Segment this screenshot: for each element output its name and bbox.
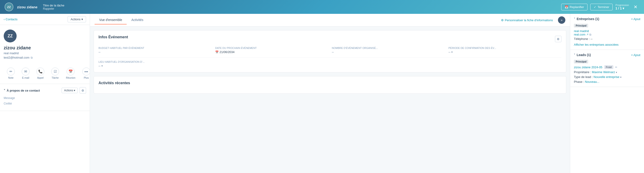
infos-fields-grid: Budget habituel par événement -- Date du… bbox=[98, 46, 562, 54]
call-button[interactable]: 📞 Appel bbox=[33, 66, 48, 81]
center-top-bar: Vue d'ensemble Activités ⚙ Personnaliser… bbox=[90, 14, 570, 26]
about-field-civilite: Civilité bbox=[4, 102, 86, 105]
settings-icon: ⚙ bbox=[501, 18, 504, 22]
field-lieu: Lieu habituel d'organisation d'... -- ▾ bbox=[98, 60, 562, 68]
personalize-link[interactable]: ⚙ Personnaliser la fiche d'informations bbox=[501, 18, 553, 22]
calendar-icon: 📅 bbox=[565, 5, 568, 9]
lead-froid-badge: Froid bbox=[604, 65, 613, 69]
tab-vue-ensemble[interactable]: Vue d'ensemble bbox=[94, 16, 127, 24]
chevron-down-icon: ▾ bbox=[74, 89, 75, 92]
calendar-icon: 📅 bbox=[215, 50, 219, 54]
company-phone: Téléphone : -- bbox=[574, 37, 640, 40]
email-button[interactable]: ✉ E-mail bbox=[18, 66, 33, 81]
field-periode-confirmation: Période de confirmation des év... -- ▾ bbox=[448, 46, 562, 54]
task-button[interactable]: ☑ Tâche bbox=[48, 66, 62, 81]
check-icon: ✓ bbox=[594, 5, 596, 9]
contact-name: zizou zidane bbox=[4, 45, 31, 50]
more-icon: ••• bbox=[82, 68, 90, 76]
progression-box: Progression 1 / 1 ▾ bbox=[616, 4, 629, 10]
infos-evenement-section: Infos Événement ⚙ Budget habituel par év… bbox=[94, 30, 566, 72]
entreprises-section: ˅ Entreprises (1) + Ajout Principal real… bbox=[570, 14, 644, 50]
chevron-down-icon[interactable]: ▾ bbox=[620, 76, 622, 78]
add-entreprise-link[interactable]: + Ajout bbox=[631, 17, 640, 21]
about-title: ˅ À propos de ce contact bbox=[4, 89, 40, 92]
field-date-prochain: Date du prochain événement 📅 21/06/2034 bbox=[215, 46, 328, 54]
header-avatar: ZZ bbox=[4, 2, 14, 11]
note-button[interactable]: ✏ Note bbox=[4, 66, 18, 81]
contact-email: test2@hotmail.com bbox=[4, 56, 29, 59]
entreprises-header: ˅ Entreprises (1) + Ajout bbox=[574, 17, 640, 21]
header-task-subtitle: Rappeler bbox=[43, 7, 64, 10]
top-header: ZZ zizou zidane Titre de la tâche Rappel… bbox=[0, 0, 644, 14]
chevron-down-icon: ˅ bbox=[574, 18, 575, 20]
field-budget: Budget habituel par événement -- bbox=[98, 46, 212, 54]
lead-type: Type de lead : Nouvelle entreprise ▾ bbox=[574, 75, 640, 79]
tab-activites[interactable]: Activités bbox=[127, 16, 148, 24]
section-title-infos: Infos Événement bbox=[98, 35, 128, 39]
settings-icon-button[interactable]: ⚙ bbox=[80, 87, 86, 94]
back-to-contacts-link[interactable]: ‹ Contacts bbox=[4, 18, 18, 21]
tabs-row: Vue d'ensemble Activités bbox=[94, 16, 148, 24]
lieu-row: Lieu habituel d'organisation d'... -- ▾ bbox=[98, 58, 562, 68]
gear-icon: ⚙ bbox=[82, 89, 84, 92]
contact-avatar: ZZ bbox=[4, 30, 16, 42]
main-layout: ‹ Contacts Actions ▾ ZZ zizou zidane rea… bbox=[0, 14, 644, 173]
right-sidebar: ˅ Entreprises (1) + Ajout Principal real… bbox=[570, 14, 644, 173]
header-user-name: zizou zidane bbox=[17, 5, 37, 9]
chevron-down-icon[interactable]: ▾ bbox=[102, 64, 103, 67]
sidebar-actions-button[interactable]: Actions ▾ bbox=[68, 16, 86, 22]
about-header: ˅ À propos de ce contact Actions ▾ ⚙ bbox=[4, 87, 86, 94]
chevron-down-icon: ˅ bbox=[4, 89, 5, 92]
add-lead-link[interactable]: + Ajout bbox=[631, 53, 640, 57]
left-sidebar: ‹ Contacts Actions ▾ ZZ zizou zidane rea… bbox=[0, 14, 90, 173]
contact-company: real madrid bbox=[4, 52, 19, 55]
badge-principal-lead: Principal bbox=[574, 60, 588, 64]
badge-principal-entreprise: Principal bbox=[574, 24, 588, 28]
copy-email-icon[interactable]: ⧉ bbox=[31, 56, 33, 59]
field-nombre-evenement: Nombre d'évènement organisé... -- bbox=[332, 46, 445, 54]
edit-lead-icon[interactable]: ✏ bbox=[615, 66, 617, 69]
header-task-title: Titre de la tâche bbox=[43, 4, 64, 7]
sidebar-nav: ‹ Contacts Actions ▾ bbox=[0, 14, 90, 25]
show-all-entreprises-link[interactable]: Afficher les entreprises associées bbox=[574, 43, 640, 46]
chevron-down-icon[interactable]: ▾ bbox=[616, 71, 617, 74]
terminer-button[interactable]: ✓ Terminer bbox=[590, 4, 613, 10]
center-content: Vue d'ensemble Activités ⚙ Personnaliser… bbox=[90, 14, 570, 173]
phone-icon: 📞 bbox=[36, 68, 44, 76]
contact-email-row: test2@hotmail.com ⧉ bbox=[4, 56, 33, 59]
replanifier-button[interactable]: 📅 Replanifier bbox=[561, 4, 588, 10]
leads-section: ˅ Leads (1) + Ajout Principal zizou zida… bbox=[570, 50, 644, 87]
expand-button[interactable]: » bbox=[558, 16, 565, 24]
company-website-link[interactable]: real.com ↗ ⧉ bbox=[574, 33, 640, 36]
task-icon: ☑ bbox=[51, 68, 59, 76]
chevron-left-icon: ‹ bbox=[4, 18, 4, 21]
note-icon: ✏ bbox=[7, 68, 15, 76]
leads-title: ˅ Leads (1) bbox=[574, 53, 591, 57]
lead-name-link[interactable]: zizou zidane 2024-05 bbox=[574, 66, 602, 69]
copy-icon[interactable]: ⧉ bbox=[589, 33, 592, 36]
top-bar-right: ⚙ Personnaliser la fiche d'informations … bbox=[501, 16, 565, 24]
meeting-icon: 📅 bbox=[67, 68, 74, 76]
lead-proprietaire: Propriétaire : Maxime Welmarz ▾ bbox=[574, 70, 640, 74]
section-title-activites: Activités récentes bbox=[98, 81, 562, 85]
about-actions-button[interactable]: Actions ▾ bbox=[62, 88, 78, 93]
more-button[interactable]: ••• Plus bbox=[79, 66, 90, 81]
meeting-button[interactable]: 📅 Réunion bbox=[63, 66, 79, 81]
company-name-link[interactable]: real madrid bbox=[574, 29, 640, 33]
chevron-down-icon: ▾ bbox=[622, 6, 624, 10]
type-lead-link[interactable]: Nouvelle entreprise bbox=[594, 75, 619, 79]
close-button[interactable]: ✕ bbox=[632, 4, 640, 10]
email-icon: ✉ bbox=[22, 68, 30, 76]
proprietaire-link[interactable]: Maxime Welmarz bbox=[592, 70, 615, 74]
external-link-icon: ↗ bbox=[586, 33, 588, 36]
gear-icon: ⚙ bbox=[557, 37, 560, 41]
activites-recentes-section: Activités récentes bbox=[94, 76, 566, 94]
infos-settings-button[interactable]: ⚙ bbox=[555, 36, 562, 42]
header-right: 📅 Replanifier ✓ Terminer Progression 1 /… bbox=[561, 4, 640, 10]
action-icons-row: ✏ Note ✉ E-mail 📞 Appel ☑ Tâche 📅 Réunio… bbox=[0, 63, 90, 84]
contact-profile: ZZ zizou zidane real madrid test2@hotmai… bbox=[0, 25, 90, 63]
chevron-down-icon: ˅ bbox=[574, 54, 575, 56]
phase-link[interactable]: Nouveau... bbox=[585, 80, 600, 84]
chevron-down-icon[interactable]: ▾ bbox=[452, 51, 452, 53]
about-section: ˅ À propos de ce contact Actions ▾ ⚙ Mes… bbox=[0, 84, 90, 111]
